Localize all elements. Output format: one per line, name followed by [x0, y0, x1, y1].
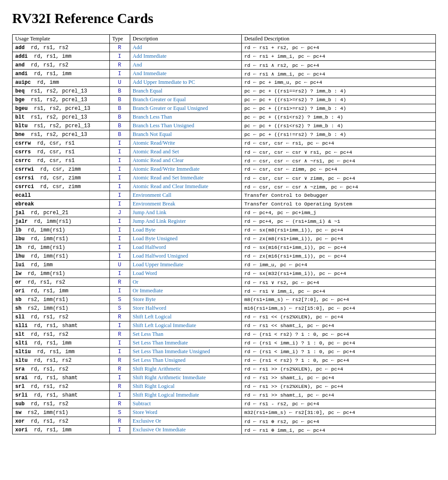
type-cell: I [109, 52, 130, 61]
desc-cell: Load Byte [130, 226, 241, 235]
table-row: csrrw rd, csr, rs1IAtomic Read/Writerd ←… [13, 139, 436, 148]
detail-cell: rd ← rs1 ∧ imm_i, pc ← pc+4 [241, 70, 435, 78]
desc-cell: Or Immediate [130, 287, 241, 295]
table-row: bgeu rs1, rs2, pcrel_13BBranch Greater o… [13, 104, 436, 113]
detail-cell: pc ← pc + ((rs1<rs2) ? imm_b : 4) [241, 122, 435, 130]
usage-cell: jalr rd, imm(rs1) [13, 217, 110, 226]
usage-cell: addi rd, rs1, imm [13, 52, 110, 61]
desc-cell: Shift Right Arithmetic [130, 365, 241, 374]
type-cell: I [109, 339, 130, 348]
desc-cell: Set Less Than Unsigned [130, 356, 241, 365]
usage-cell: csrrc rd, csr, rs1 [13, 156, 110, 165]
table-row: lw rd, imm(rs1)ILoad Wordrd ← sx(m32(rs1… [13, 269, 436, 278]
usage-cell: slt rd, rs1, rs2 [13, 330, 110, 339]
table-row: ebreakIEnvironment BreakTransfer Control… [13, 200, 436, 209]
desc-cell: Branch Greater or Equal Unsigned [130, 104, 241, 113]
desc-cell: Branch Not Equal [130, 130, 241, 139]
type-cell: I [109, 374, 130, 382]
desc-cell: Atomic Read and Clear Immediate [130, 182, 241, 191]
detail-cell: rd ← (rs1 < imm_i) ? 1 : 0, pc ← pc+4 [241, 348, 435, 356]
desc-cell: Atomic Read and Set [130, 148, 241, 156]
usage-cell: sh rs2, imm(rs1) [13, 304, 110, 313]
usage-cell: lb rd, imm(rs1) [13, 226, 110, 235]
table-row: csrrsi rd, csr, zimmIAtomic Read and Set… [13, 174, 436, 182]
table-row: jal rd, pcrel_21JJump And Linkrd ← pc+4,… [13, 209, 436, 217]
detail-cell: rd ← (rs1 < imm_i) ? 1 : 0, pc ← pc+4 [241, 339, 435, 348]
detail-cell: rd ← (rs1 < rs2) ? 1 : 0, pc ← pc+4 [241, 330, 435, 339]
table-row: srai rd, rs1, shamtIShift Right Arithmet… [13, 374, 436, 382]
table-row: lh rd, imm(rs1)ILoad Halfwordrd ← sx(m16… [13, 243, 436, 252]
desc-cell: Store Byte [130, 295, 241, 304]
table-row: bge rs1, rs2, pcrel_13BBranch Greater or… [13, 96, 436, 104]
usage-cell: srl rd, rs1, rs2 [13, 382, 110, 391]
table-row: sra rd, rs1, rs2RShift Right Arithmeticr… [13, 365, 436, 374]
detail-cell: rd ← csr, csr ← csr ∧ ~zimm, pc ← pc+4 [241, 182, 435, 191]
type-cell: I [109, 70, 130, 78]
detail-cell: rd ← sx(m8(rs1+imm_i)), pc ← pc+4 [241, 226, 435, 235]
desc-cell: Branch Equal [130, 87, 241, 96]
detail-cell: rd ← rs1 ∨ imm_i, pc ← pc+4 [241, 287, 435, 295]
detail-cell: rd ← rs1 >> shamt_i, pc ← pc+4 [241, 374, 435, 382]
usage-cell: sltu rd, rs1, rs2 [13, 356, 110, 365]
detail-cell: rd ← rs1 ⊕ rs2, pc ← pc+4 [241, 417, 435, 426]
desc-cell: Store Word [130, 408, 241, 417]
reference-table: Usage Template Type Description Detailed… [12, 34, 436, 434]
desc-cell: Add [130, 43, 241, 52]
table-row: csrrc rd, csr, rs1IAtomic Read and Clear… [13, 156, 436, 165]
desc-cell: Shift Left Logical [130, 313, 241, 321]
detail-cell: rd ← csr, csr ← rs1, pc ← pc+4 [241, 139, 435, 148]
table-row: ori rd, rs1, immIOr Immediaterd ← rs1 ∨ … [13, 287, 436, 295]
type-cell: U [109, 78, 130, 87]
detail-cell: rd ← pc+4, pc ← pc+imm_j [241, 209, 435, 217]
usage-cell: lh rd, imm(rs1) [13, 243, 110, 252]
desc-cell: Branch Greater or Equal [130, 96, 241, 104]
usage-cell: lbu rd, imm(rs1) [13, 235, 110, 243]
table-row: bltu rs1, rs2, pcrel_13BBranch Less Than… [13, 122, 436, 130]
desc-cell: Atomic Read/Write [130, 139, 241, 148]
type-cell: I [109, 191, 130, 200]
usage-cell: slti rd, rs1, imm [13, 339, 110, 348]
detail-cell: m8(rs1+imm_s) ← rs2[7:0], pc ← pc+4 [241, 295, 435, 304]
detail-cell: rd ← zx(m8(rs1+imm_i)), pc ← pc+4 [241, 235, 435, 243]
detail-cell: rd ← rs1 >> (rs2%XLEN), pc ← pc+4 [241, 382, 435, 391]
usage-cell: xori rd, rs1, imm [13, 426, 110, 434]
desc-cell: Jump And Link [130, 209, 241, 217]
table-row: csrrci rd, csr, zimmIAtomic Read and Cle… [13, 182, 436, 191]
detail-cell: rd ← rs1 << shamt_i, pc ← pc+4 [241, 321, 435, 330]
table-row: sll rd, rs1, rs2RShift Left Logicalrd ← … [13, 313, 436, 321]
type-cell: I [109, 174, 130, 182]
detail-cell: rd ← csr, csr ← zimm, pc ← pc+4 [241, 165, 435, 174]
table-row: csrrs rd, csr, rs1IAtomic Read and Setrd… [13, 148, 436, 156]
detail-cell: rd ← rs1 << (rs2%XLEN), pc ← pc+4 [241, 313, 435, 321]
desc-cell: Atomic Read and Clear [130, 156, 241, 165]
usage-cell: csrrw rd, csr, rs1 [13, 139, 110, 148]
table-row: andi rd, rs1, immIAnd Immediaterd ← rs1 … [13, 70, 436, 78]
detail-cell: rd ← csr, csr ← csr ∨ zimm, pc ← pc+4 [241, 174, 435, 182]
usage-cell: sub rd, rs1, rs2 [13, 400, 110, 408]
table-row: beq rs1, rs2, pcrel_13BBranch Equalpc ← … [13, 87, 436, 96]
table-row: blt rs1, rs2, pcrel_13BBranch Less Thanp… [13, 113, 436, 122]
usage-cell: blt rs1, rs2, pcrel_13 [13, 113, 110, 122]
usage-cell: csrrwi rd, csr, zimm [13, 165, 110, 174]
desc-cell: Atomic Read and Set Immediate [130, 174, 241, 182]
table-header: Usage Template Type Description Detailed… [13, 35, 436, 43]
desc-cell: Branch Less Than [130, 113, 241, 122]
detail-cell: rd ← rs1 >> shamt_i, pc ← pc+4 [241, 391, 435, 400]
detail-cell: Transfer Control to Debugger [241, 191, 435, 200]
desc-cell: Environment Call [130, 191, 241, 200]
detail-cell: m32(rs1+imm_s) ← rs2[31:0], pc ← pc+4 [241, 408, 435, 417]
detail-cell: Transfer Control to Operating System [241, 200, 435, 209]
type-cell: I [109, 200, 130, 209]
type-cell: B [109, 104, 130, 113]
type-cell: I [109, 139, 130, 148]
table-row: sub rd, rs1, rs2RSubtractrd ← rs1 - rs2,… [13, 400, 436, 408]
detail-cell: rd ← pc + imm_u, pc ← pc+4 [241, 78, 435, 87]
type-cell: U [109, 261, 130, 269]
type-cell: R [109, 365, 130, 374]
table-row: lui rd, immULoad Upper Immediaterd ← imm… [13, 261, 436, 269]
desc-cell: Load Word [130, 269, 241, 278]
desc-cell: Load Byte Unsigned [130, 235, 241, 243]
usage-cell: beq rs1, rs2, pcrel_13 [13, 87, 110, 96]
type-cell: I [109, 321, 130, 330]
detail-cell: rd ← sx(m32(rs1+imm_i)), pc ← pc+4 [241, 269, 435, 278]
